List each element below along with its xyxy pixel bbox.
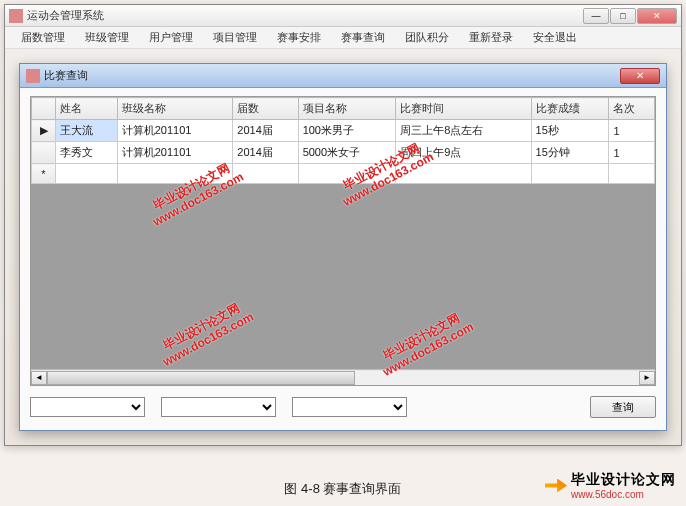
filter-combo-2[interactable] bbox=[161, 397, 276, 417]
cell-term[interactable]: 2014届 bbox=[233, 142, 298, 164]
cell-class[interactable]: 计算机201101 bbox=[117, 120, 233, 142]
cell-empty[interactable] bbox=[233, 164, 298, 184]
cell-result[interactable]: 15秒 bbox=[531, 120, 609, 142]
footer-text: 毕业设计论文网 www.56doc.com bbox=[571, 471, 676, 500]
mdi-client-area: 比赛查询 ✕ 姓名 班级名称 届数 bbox=[5, 49, 681, 445]
arrow-icon bbox=[545, 479, 567, 493]
maximize-button[interactable]: □ bbox=[610, 8, 636, 24]
cell-event[interactable]: 100米男子 bbox=[298, 120, 396, 142]
row-indicator: ▶ bbox=[32, 120, 56, 142]
scroll-right-icon[interactable]: ► bbox=[639, 371, 655, 385]
menu-sessions[interactable]: 届数管理 bbox=[11, 28, 75, 47]
query-button[interactable]: 查询 bbox=[590, 396, 656, 418]
scroll-thumb[interactable] bbox=[47, 371, 355, 385]
app-icon bbox=[9, 9, 23, 23]
cell-term[interactable]: 2014届 bbox=[233, 120, 298, 142]
col-rowheader[interactable] bbox=[32, 98, 56, 120]
cell-name[interactable]: 王大流 bbox=[56, 120, 118, 142]
cell-event[interactable]: 5000米女子 bbox=[298, 142, 396, 164]
grid-viewport: 姓名 班级名称 届数 项目名称 比赛时间 比赛成绩 名次 bbox=[31, 97, 655, 369]
menu-exit[interactable]: 安全退出 bbox=[523, 28, 587, 47]
cell-empty[interactable] bbox=[531, 164, 609, 184]
child-close-button[interactable]: ✕ bbox=[620, 68, 660, 84]
filter-bar: 查询 bbox=[30, 396, 656, 418]
close-button[interactable]: ✕ bbox=[637, 8, 677, 24]
cell-name[interactable]: 李秀文 bbox=[56, 142, 118, 164]
window-controls: — □ ✕ bbox=[582, 8, 677, 24]
child-body: 姓名 班级名称 届数 项目名称 比赛时间 比赛成绩 名次 bbox=[20, 88, 666, 430]
footer-branding: 毕业设计论文网 www.56doc.com bbox=[545, 471, 676, 500]
main-window-title: 运动会管理系统 bbox=[27, 8, 582, 23]
menu-projects[interactable]: 项目管理 bbox=[203, 28, 267, 47]
col-name[interactable]: 姓名 bbox=[56, 98, 118, 120]
new-row[interactable]: * bbox=[32, 164, 655, 184]
header-row: 姓名 班级名称 届数 项目名称 比赛时间 比赛成绩 名次 bbox=[32, 98, 655, 120]
cell-empty[interactable] bbox=[56, 164, 118, 184]
menu-teamscore[interactable]: 团队积分 bbox=[395, 28, 459, 47]
cell-time[interactable]: 周三上午8点左右 bbox=[396, 120, 531, 142]
child-title-bar: 比赛查询 ✕ bbox=[20, 64, 666, 88]
col-term[interactable]: 届数 bbox=[233, 98, 298, 120]
new-row-marker: * bbox=[32, 164, 56, 184]
menu-relogin[interactable]: 重新登录 bbox=[459, 28, 523, 47]
data-grid-container: 姓名 班级名称 届数 项目名称 比赛时间 比赛成绩 名次 bbox=[30, 96, 656, 386]
cell-time[interactable]: 周四上午9点 bbox=[396, 142, 531, 164]
col-result[interactable]: 比赛成绩 bbox=[531, 98, 609, 120]
col-class[interactable]: 班级名称 bbox=[117, 98, 233, 120]
cell-empty[interactable] bbox=[396, 164, 531, 184]
cell-result[interactable]: 15分钟 bbox=[531, 142, 609, 164]
cell-rank[interactable]: 1 bbox=[609, 142, 655, 164]
col-time[interactable]: 比赛时间 bbox=[396, 98, 531, 120]
scroll-left-icon[interactable]: ◄ bbox=[31, 371, 47, 385]
filter-combo-3[interactable] bbox=[292, 397, 407, 417]
query-child-window: 比赛查询 ✕ 姓名 班级名称 届数 bbox=[19, 63, 667, 431]
cell-class[interactable]: 计算机201101 bbox=[117, 142, 233, 164]
main-title-bar: 运动会管理系统 — □ ✕ bbox=[5, 5, 681, 27]
menu-bar: 届数管理 班级管理 用户管理 项目管理 赛事安排 赛事查询 团队积分 重新登录 … bbox=[5, 27, 681, 49]
cell-empty[interactable] bbox=[609, 164, 655, 184]
col-rank[interactable]: 名次 bbox=[609, 98, 655, 120]
grid-empty-area bbox=[31, 184, 655, 369]
main-window: 运动会管理系统 — □ ✕ 届数管理 班级管理 用户管理 项目管理 赛事安排 赛… bbox=[4, 4, 682, 446]
row-indicator bbox=[32, 142, 56, 164]
col-event[interactable]: 项目名称 bbox=[298, 98, 396, 120]
cell-empty[interactable] bbox=[117, 164, 233, 184]
results-table[interactable]: 姓名 班级名称 届数 项目名称 比赛时间 比赛成绩 名次 bbox=[31, 97, 655, 184]
cell-empty[interactable] bbox=[298, 164, 396, 184]
menu-schedule[interactable]: 赛事安排 bbox=[267, 28, 331, 47]
child-window-title: 比赛查询 bbox=[44, 68, 620, 83]
table-row[interactable]: ▶ 王大流 计算机201101 2014届 100米男子 周三上午8点左右 15… bbox=[32, 120, 655, 142]
minimize-button[interactable]: — bbox=[583, 8, 609, 24]
menu-users[interactable]: 用户管理 bbox=[139, 28, 203, 47]
filter-combo-1[interactable] bbox=[30, 397, 145, 417]
scroll-track[interactable] bbox=[47, 371, 639, 385]
menu-classes[interactable]: 班级管理 bbox=[75, 28, 139, 47]
cell-rank[interactable]: 1 bbox=[609, 120, 655, 142]
table-row[interactable]: 李秀文 计算机201101 2014届 5000米女子 周四上午9点 15分钟 … bbox=[32, 142, 655, 164]
menu-query[interactable]: 赛事查询 bbox=[331, 28, 395, 47]
horizontal-scrollbar[interactable]: ◄ ► bbox=[31, 369, 655, 385]
child-app-icon bbox=[26, 69, 40, 83]
